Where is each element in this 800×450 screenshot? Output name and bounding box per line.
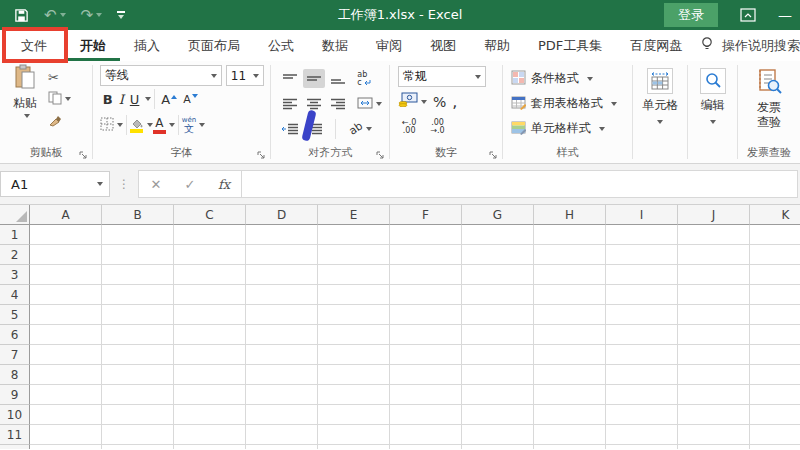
borders-button[interactable] [100, 116, 123, 135]
cut-button[interactable]: ✂ [48, 68, 71, 86]
increase-font-button[interactable]: A [158, 91, 180, 108]
sheet-cell[interactable] [606, 385, 678, 405]
fill-color-button[interactable] [130, 118, 153, 133]
row-header[interactable]: 5 [0, 305, 30, 325]
sheet-cell[interactable] [390, 325, 462, 345]
sheet-cell[interactable] [246, 365, 318, 385]
save-icon[interactable] [14, 8, 29, 23]
minimize-button[interactable]: — [778, 7, 792, 23]
accounting-format-button[interactable] [398, 92, 427, 111]
sheet-cell[interactable] [102, 345, 174, 365]
percent-style-button[interactable]: % [433, 94, 446, 110]
sheet-cell[interactable] [102, 285, 174, 305]
tell-me-search[interactable]: 操作说明搜索 [700, 30, 800, 61]
sheet-cell[interactable] [318, 425, 390, 445]
tab-insert[interactable]: 插入 [120, 30, 174, 61]
font-size-select[interactable]: 11 [226, 65, 264, 86]
sheet-cell[interactable] [30, 425, 102, 445]
sheet-cell[interactable] [462, 265, 534, 285]
sheet-cell[interactable] [678, 225, 750, 245]
row-header[interactable]: 6 [0, 325, 30, 345]
bold-button[interactable]: B [100, 91, 116, 108]
sheet-cell[interactable] [606, 305, 678, 325]
sheet-cell[interactable] [390, 425, 462, 445]
align-top-button[interactable] [279, 69, 301, 88]
select-all-button[interactable] [0, 205, 30, 225]
sheet-cell[interactable] [678, 265, 750, 285]
column-header[interactable]: H [534, 205, 606, 225]
sheet-cell[interactable] [246, 345, 318, 365]
sheet-cell[interactable] [30, 385, 102, 405]
sheet-cell[interactable] [318, 225, 390, 245]
sheet-cell[interactable] [390, 305, 462, 325]
sheet-cell[interactable] [318, 385, 390, 405]
sheet-cell[interactable] [246, 385, 318, 405]
sheet-cell[interactable] [750, 325, 800, 345]
tab-home[interactable]: 开始 [66, 30, 120, 61]
column-header[interactable]: K [750, 205, 800, 225]
number-dialog-launcher[interactable] [488, 150, 499, 161]
sheet-cell[interactable] [102, 225, 174, 245]
sheet-cell[interactable] [534, 425, 606, 445]
sheet-cell[interactable] [678, 365, 750, 385]
column-header[interactable]: F [390, 205, 462, 225]
sheet-cell[interactable] [606, 265, 678, 285]
sheet-cell[interactable] [246, 285, 318, 305]
sheet-cell[interactable] [246, 245, 318, 265]
sheet-cell[interactable] [750, 425, 800, 445]
sheet-cell[interactable] [30, 365, 102, 385]
sheet-cell[interactable] [390, 345, 462, 365]
sheet-cell[interactable] [606, 245, 678, 265]
sheet-cell[interactable] [174, 365, 246, 385]
sheet-cell[interactable] [30, 285, 102, 305]
cells-button[interactable]: 单元格 [633, 61, 687, 146]
sheet-cell[interactable] [30, 445, 102, 449]
sheet-cell[interactable] [534, 225, 606, 245]
tab-pdf-tools[interactable]: PDF工具集 [524, 30, 616, 61]
row-header[interactable]: 4 [0, 285, 30, 305]
sheet-cell[interactable] [534, 365, 606, 385]
row-header[interactable]: 3 [0, 265, 30, 285]
wrap-text-button[interactable]: ab c [357, 71, 370, 87]
sheet-cell[interactable] [318, 245, 390, 265]
sheet-cell[interactable] [30, 225, 102, 245]
column-header[interactable]: I [606, 205, 678, 225]
sheet-cell[interactable] [750, 245, 800, 265]
sheet-cell[interactable] [246, 265, 318, 285]
orientation-button[interactable]: ab [341, 122, 372, 135]
sheet-cell[interactable] [174, 285, 246, 305]
customize-qat-button[interactable] [117, 11, 125, 19]
sheet-cell[interactable] [102, 445, 174, 449]
sheet-cell[interactable] [534, 385, 606, 405]
sheet-cell[interactable] [318, 445, 390, 449]
sheet-cell[interactable] [30, 325, 102, 345]
undo-button[interactable]: ↶ [44, 8, 66, 23]
sheet-cell[interactable] [462, 325, 534, 345]
sheet-cell[interactable] [462, 245, 534, 265]
sheet-cell[interactable] [606, 365, 678, 385]
number-format-select[interactable]: 常规 [398, 66, 486, 87]
sheet-cell[interactable] [390, 245, 462, 265]
column-header[interactable]: C [174, 205, 246, 225]
tab-formulas[interactable]: 公式 [254, 30, 308, 61]
decrease-decimal-button[interactable]: .00 →.0 [426, 119, 448, 135]
sheet-cell[interactable] [174, 425, 246, 445]
enter-button[interactable]: ✓ [173, 171, 207, 197]
sheet-cell[interactable] [678, 285, 750, 305]
sheet-cell[interactable] [102, 405, 174, 425]
sheet-cell[interactable] [246, 445, 318, 449]
comma-style-button[interactable]: , [452, 92, 457, 111]
format-painter-button[interactable] [48, 112, 71, 130]
sheet-cell[interactable] [174, 245, 246, 265]
tab-help[interactable]: 帮助 [470, 30, 524, 61]
sheet-cell[interactable] [318, 325, 390, 345]
row-header[interactable]: 7 [0, 345, 30, 365]
sheet-cell[interactable] [462, 365, 534, 385]
tab-view[interactable]: 视图 [416, 30, 470, 61]
sheet-cell[interactable] [606, 285, 678, 305]
column-header[interactable]: A [30, 205, 102, 225]
sheet-cell[interactable] [750, 345, 800, 365]
sheet-cell[interactable] [462, 445, 534, 449]
sheet-cell[interactable] [318, 285, 390, 305]
insert-function-button[interactable]: fx [207, 171, 241, 197]
